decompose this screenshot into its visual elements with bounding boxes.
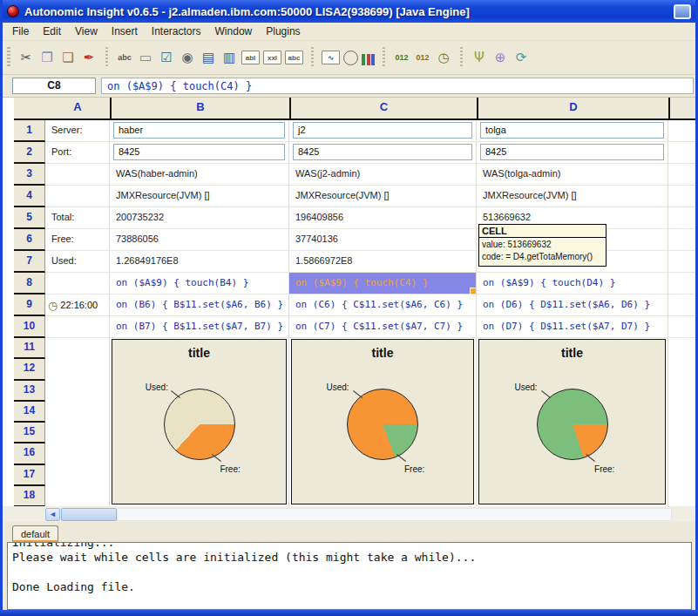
cell-a6[interactable]: Free: xyxy=(45,229,110,251)
formula-input[interactable]: on ($A$9) { touch(C4) } xyxy=(101,78,694,94)
cell-a10[interactable] xyxy=(45,316,110,338)
row-header-14[interactable]: 14 xyxy=(14,402,45,423)
server-input-b1[interactable]: haber xyxy=(113,122,285,139)
row-header-11[interactable]: 11 xyxy=(14,338,45,359)
cell-b7[interactable]: 1.26849176E8 xyxy=(110,251,289,273)
clock-icon[interactable]: ◷ xyxy=(435,49,452,66)
minimize-button[interactable]: _ xyxy=(674,4,691,19)
server-input-d1[interactable]: tolga xyxy=(480,122,664,139)
scroll-track[interactable] xyxy=(117,508,672,521)
cell-d10[interactable]: on (D7) { D$11.set($A7, D7) } xyxy=(477,316,668,338)
cell-e2[interactable] xyxy=(668,142,698,164)
cell-a4[interactable] xyxy=(45,186,110,207)
cell-c6[interactable]: 37740136 xyxy=(289,229,477,251)
cell-b1[interactable]: haber xyxy=(110,120,289,142)
menu-window[interactable]: Window xyxy=(208,24,260,39)
row-header-1[interactable]: 1 xyxy=(14,120,45,142)
cell-d8[interactable]: on ($A$9) { touch(D4) } xyxy=(477,273,668,294)
menu-interactors[interactable]: Interactors xyxy=(145,24,208,39)
console-log[interactable]: Initializing... Please wait while cells … xyxy=(7,542,692,610)
cell-d4[interactable]: JMXResource(JVM) [] xyxy=(477,186,668,207)
pie-chart-panel-d[interactable]: title Used: Free: xyxy=(478,339,666,504)
cell-a11-18[interactable] xyxy=(45,338,110,506)
row-header-18[interactable]: 18 xyxy=(14,486,45,506)
column-header-e[interactable] xyxy=(668,98,698,118)
cell-e9[interactable] xyxy=(668,294,698,316)
row-header-10[interactable]: 10 xyxy=(14,316,45,338)
row-header-3[interactable]: 3 xyxy=(14,164,45,186)
cell-c3[interactable]: WAS(j2-admin) xyxy=(289,164,477,186)
interactor-brush-icon[interactable]: ✒ xyxy=(80,49,98,66)
menu-insert[interactable]: Insert xyxy=(105,24,145,39)
menu-file[interactable]: File xyxy=(5,24,36,39)
row-header-12[interactable]: 12 xyxy=(14,359,45,380)
counter-icon[interactable]: 012 xyxy=(393,49,410,66)
row-header-17[interactable]: 17 xyxy=(14,465,45,486)
pie-chart-panel-b[interactable]: title Used: Free: xyxy=(112,339,287,504)
cell-d9[interactable]: on (D6) { D$11.set($A6, D6) } xyxy=(477,294,668,316)
cell-b3[interactable]: WAS(haber-admin) xyxy=(110,164,289,186)
cell-b2[interactable]: 8425 xyxy=(110,142,289,164)
cell-c2[interactable]: 8425 xyxy=(289,142,477,164)
cell-reference-box[interactable]: C8 xyxy=(12,78,96,94)
cell-a9[interactable]: ◷22:16:00 xyxy=(45,294,110,316)
cell-a3[interactable] xyxy=(45,164,110,186)
menu-edit[interactable]: Edit xyxy=(36,24,68,39)
cell-c10[interactable]: on (C7) { C$11.set($A7, C7) } xyxy=(289,316,477,338)
cell-a2[interactable]: Port: xyxy=(45,142,110,164)
cell-e4[interactable] xyxy=(668,186,698,207)
scroll-thumb[interactable] xyxy=(61,508,117,521)
row-header-2[interactable]: 2 xyxy=(14,142,45,164)
bar-chart-icon[interactable] xyxy=(362,54,375,65)
row-header-4[interactable]: 4 xyxy=(14,186,45,207)
column-header-b[interactable]: B xyxy=(110,98,289,118)
cell-c5[interactable]: 196409856 xyxy=(289,207,477,229)
row-header-6[interactable]: 6 xyxy=(14,229,45,251)
pie-chart-panel-c[interactable]: title Used: Free: xyxy=(291,339,474,504)
cell-e10[interactable] xyxy=(668,316,698,338)
paste-icon[interactable]: ❏ xyxy=(59,49,77,66)
label-icon[interactable]: abc xyxy=(116,49,133,66)
cell-e6[interactable] xyxy=(668,229,698,251)
timed-counter-icon[interactable]: 012 xyxy=(414,49,431,66)
cell-e3[interactable] xyxy=(668,164,698,186)
cell-b8[interactable]: on ($A$9) { touch(B4) } xyxy=(110,273,289,294)
column-header-d[interactable]: D xyxy=(477,98,668,118)
cut-icon[interactable]: ✂ xyxy=(17,49,35,66)
cell-d1[interactable]: tolga xyxy=(477,120,668,142)
textfield-icon[interactable]: abl xyxy=(241,51,260,64)
row-header-7[interactable]: 7 xyxy=(14,251,45,273)
cell-a1[interactable]: Server: xyxy=(45,120,110,142)
column-header-a[interactable]: A xyxy=(45,98,110,118)
combobox-icon[interactable]: abc xyxy=(285,51,303,64)
wrench-icon[interactable]: Ψ xyxy=(471,49,488,66)
row-header-16[interactable]: 16 xyxy=(14,443,45,464)
cell-b6[interactable]: 73886056 xyxy=(110,229,289,251)
cell-d2[interactable]: 8425 xyxy=(477,142,668,164)
cell-d3[interactable]: WAS(tolga-admin) xyxy=(477,164,668,186)
server-input-c1[interactable]: j2 xyxy=(293,122,472,139)
button-icon[interactable]: ▭ xyxy=(137,49,154,66)
cell-a7[interactable]: Used: xyxy=(45,251,110,273)
cell-b5[interactable]: 200735232 xyxy=(110,207,289,229)
menu-plugins[interactable]: Plugins xyxy=(259,24,307,39)
fill-handle[interactable] xyxy=(470,288,476,294)
cell-e1[interactable] xyxy=(668,120,698,142)
toolbar-grip[interactable] xyxy=(7,47,10,68)
port-input-c2[interactable]: 8425 xyxy=(293,144,472,160)
cell-a5[interactable]: Total: xyxy=(45,207,110,229)
cell-c7[interactable]: 1.5866972E8 xyxy=(289,251,477,273)
selected-cell-c8[interactable]: on ($A$9) { touch(C4) } xyxy=(289,273,477,294)
port-input-b2[interactable]: 8425 xyxy=(113,144,285,160)
cell-a8[interactable] xyxy=(45,273,110,294)
pie-chart-icon[interactable] xyxy=(343,51,358,65)
row-header-9[interactable]: 9 xyxy=(14,294,45,316)
cell-b9[interactable]: on (B6) { B$11.set($A6, B6) } xyxy=(110,294,289,316)
row-header-15[interactable]: 15 xyxy=(14,423,45,443)
scroll-list-icon[interactable]: ▥ xyxy=(220,49,238,66)
row-header-5[interactable]: 5 xyxy=(14,207,45,229)
row-header-13[interactable]: 13 xyxy=(14,381,45,402)
scroll-left-button[interactable]: ◄ xyxy=(45,508,60,521)
cell-e8[interactable] xyxy=(668,273,698,294)
line-chart-icon[interactable]: ∿ xyxy=(322,51,340,64)
